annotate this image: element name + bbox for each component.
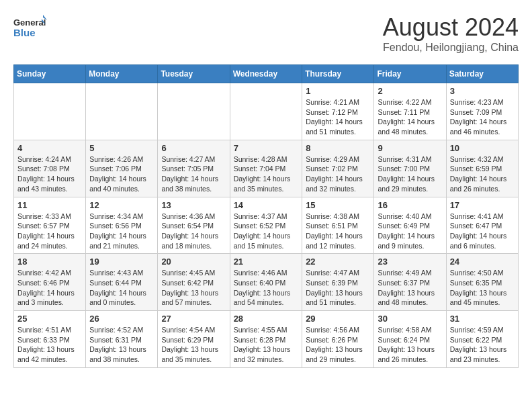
- weekday-friday: Friday: [374, 65, 446, 83]
- logo: General Blue: [13, 13, 47, 40]
- day-info: Sunrise: 4:47 AM Sunset: 6:39 PM Dayligh…: [306, 268, 370, 308]
- day-cell: 23Sunrise: 4:49 AM Sunset: 6:37 PM Dayli…: [374, 254, 446, 311]
- day-number: 12: [89, 200, 154, 210]
- day-info: Sunrise: 4:40 AM Sunset: 6:49 PM Dayligh…: [378, 212, 442, 251]
- day-cell: 19Sunrise: 4:43 AM Sunset: 6:44 PM Dayli…: [86, 254, 158, 311]
- day-number: 5: [89, 143, 154, 153]
- day-info: Sunrise: 4:28 AM Sunset: 7:04 PM Dayligh…: [234, 154, 299, 194]
- day-info: Sunrise: 4:27 AM Sunset: 7:05 PM Dayligh…: [161, 154, 226, 194]
- day-number: 2: [378, 86, 442, 96]
- weekday-wednesday: Wednesday: [230, 65, 302, 83]
- weekday-header-row: SundayMondayTuesdayWednesdayThursdayFrid…: [14, 65, 519, 83]
- week-row-5: 25Sunrise: 4:51 AM Sunset: 6:33 PM Dayli…: [14, 311, 519, 368]
- day-number: 30: [378, 314, 442, 324]
- weekday-thursday: Thursday: [302, 65, 374, 83]
- day-cell: 6Sunrise: 4:27 AM Sunset: 7:05 PM Daylig…: [158, 140, 230, 197]
- day-info: Sunrise: 4:50 AM Sunset: 6:35 PM Dayligh…: [450, 268, 515, 308]
- page-subtitle: Fendou, Heilongjiang, China: [383, 42, 519, 54]
- day-info: Sunrise: 4:45 AM Sunset: 6:42 PM Dayligh…: [161, 268, 226, 308]
- calendar-table: SundayMondayTuesdayWednesdayThursdayFrid…: [13, 64, 519, 368]
- day-number: 8: [306, 143, 370, 153]
- day-cell: 27Sunrise: 4:54 AM Sunset: 6:29 PM Dayli…: [158, 311, 230, 368]
- day-number: 29: [306, 314, 370, 324]
- day-number: 24: [450, 257, 515, 267]
- day-cell: 12Sunrise: 4:34 AM Sunset: 6:56 PM Dayli…: [86, 197, 158, 254]
- day-cell: 28Sunrise: 4:55 AM Sunset: 6:28 PM Dayli…: [230, 311, 302, 368]
- day-info: Sunrise: 4:52 AM Sunset: 6:31 PM Dayligh…: [89, 325, 154, 365]
- day-cell: 31Sunrise: 4:59 AM Sunset: 6:22 PM Dayli…: [446, 311, 518, 368]
- day-number: 14: [234, 200, 299, 210]
- day-cell: 25Sunrise: 4:51 AM Sunset: 6:33 PM Dayli…: [14, 311, 86, 368]
- day-cell: 10Sunrise: 4:32 AM Sunset: 6:59 PM Dayli…: [446, 140, 518, 197]
- day-info: Sunrise: 4:29 AM Sunset: 7:02 PM Dayligh…: [306, 154, 370, 194]
- weekday-sunday: Sunday: [14, 65, 86, 83]
- week-row-1: 1Sunrise: 4:21 AM Sunset: 7:12 PM Daylig…: [14, 83, 519, 140]
- day-info: Sunrise: 4:59 AM Sunset: 6:22 PM Dayligh…: [450, 325, 515, 365]
- day-cell: 8Sunrise: 4:29 AM Sunset: 7:02 PM Daylig…: [302, 140, 374, 197]
- day-info: Sunrise: 4:23 AM Sunset: 7:09 PM Dayligh…: [450, 97, 515, 137]
- day-cell: 30Sunrise: 4:58 AM Sunset: 6:24 PM Dayli…: [374, 311, 446, 368]
- weekday-saturday: Saturday: [446, 65, 518, 83]
- day-info: Sunrise: 4:46 AM Sunset: 6:40 PM Dayligh…: [234, 268, 299, 308]
- day-number: 26: [89, 314, 154, 324]
- week-row-3: 11Sunrise: 4:33 AM Sunset: 6:57 PM Dayli…: [14, 197, 519, 254]
- day-cell: 5Sunrise: 4:26 AM Sunset: 7:06 PM Daylig…: [86, 140, 158, 197]
- day-number: 22: [306, 257, 370, 267]
- day-info: Sunrise: 4:34 AM Sunset: 6:56 PM Dayligh…: [89, 212, 154, 251]
- day-info: Sunrise: 4:37 AM Sunset: 6:52 PM Dayligh…: [234, 212, 299, 251]
- day-number: 25: [17, 314, 82, 324]
- day-info: Sunrise: 4:36 AM Sunset: 6:54 PM Dayligh…: [161, 212, 226, 251]
- day-cell: 26Sunrise: 4:52 AM Sunset: 6:31 PM Dayli…: [86, 311, 158, 368]
- day-cell: 11Sunrise: 4:33 AM Sunset: 6:57 PM Dayli…: [14, 197, 86, 254]
- svg-text:Blue: Blue: [13, 27, 36, 38]
- day-cell: 18Sunrise: 4:42 AM Sunset: 6:46 PM Dayli…: [14, 254, 86, 311]
- day-number: 10: [450, 143, 515, 153]
- week-row-4: 18Sunrise: 4:42 AM Sunset: 6:46 PM Dayli…: [14, 254, 519, 311]
- day-cell: 1Sunrise: 4:21 AM Sunset: 7:12 PM Daylig…: [302, 83, 374, 140]
- day-cell: [86, 83, 158, 140]
- day-cell: 4Sunrise: 4:24 AM Sunset: 7:08 PM Daylig…: [14, 140, 86, 197]
- title-block: August 2024 Fendou, Heilongjiang, China: [383, 13, 519, 54]
- day-info: Sunrise: 4:26 AM Sunset: 7:06 PM Dayligh…: [89, 154, 154, 194]
- day-cell: 9Sunrise: 4:31 AM Sunset: 7:00 PM Daylig…: [374, 140, 446, 197]
- day-cell: 13Sunrise: 4:36 AM Sunset: 6:54 PM Dayli…: [158, 197, 230, 254]
- day-number: 3: [450, 86, 515, 96]
- day-info: Sunrise: 4:21 AM Sunset: 7:12 PM Dayligh…: [306, 97, 370, 137]
- day-number: 19: [89, 257, 154, 267]
- day-cell: [230, 83, 302, 140]
- day-number: 20: [161, 257, 226, 267]
- day-cell: 15Sunrise: 4:38 AM Sunset: 6:51 PM Dayli…: [302, 197, 374, 254]
- day-number: 1: [306, 86, 370, 96]
- day-info: Sunrise: 4:22 AM Sunset: 7:11 PM Dayligh…: [378, 97, 442, 137]
- day-cell: 24Sunrise: 4:50 AM Sunset: 6:35 PM Dayli…: [446, 254, 518, 311]
- day-info: Sunrise: 4:51 AM Sunset: 6:33 PM Dayligh…: [17, 325, 82, 365]
- day-number: 28: [234, 314, 299, 324]
- day-info: Sunrise: 4:41 AM Sunset: 6:47 PM Dayligh…: [450, 212, 515, 251]
- day-info: Sunrise: 4:43 AM Sunset: 6:44 PM Dayligh…: [89, 268, 154, 308]
- day-info: Sunrise: 4:32 AM Sunset: 6:59 PM Dayligh…: [450, 154, 515, 194]
- day-number: 21: [234, 257, 299, 267]
- day-number: 13: [161, 200, 226, 210]
- day-cell: [158, 83, 230, 140]
- day-cell: 29Sunrise: 4:56 AM Sunset: 6:26 PM Dayli…: [302, 311, 374, 368]
- day-number: 4: [17, 143, 82, 153]
- weekday-monday: Monday: [86, 65, 158, 83]
- day-number: 6: [161, 143, 226, 153]
- day-cell: 22Sunrise: 4:47 AM Sunset: 6:39 PM Dayli…: [302, 254, 374, 311]
- day-cell: 20Sunrise: 4:45 AM Sunset: 6:42 PM Dayli…: [158, 254, 230, 311]
- day-number: 23: [378, 257, 442, 267]
- day-info: Sunrise: 4:33 AM Sunset: 6:57 PM Dayligh…: [17, 212, 82, 251]
- day-number: 31: [450, 314, 515, 324]
- day-cell: 7Sunrise: 4:28 AM Sunset: 7:04 PM Daylig…: [230, 140, 302, 197]
- logo-svg: General Blue: [13, 13, 47, 40]
- calendar-body: 1Sunrise: 4:21 AM Sunset: 7:12 PM Daylig…: [14, 83, 519, 368]
- day-cell: [14, 83, 86, 140]
- day-cell: 2Sunrise: 4:22 AM Sunset: 7:11 PM Daylig…: [374, 83, 446, 140]
- day-cell: 17Sunrise: 4:41 AM Sunset: 6:47 PM Dayli…: [446, 197, 518, 254]
- day-cell: 14Sunrise: 4:37 AM Sunset: 6:52 PM Dayli…: [230, 197, 302, 254]
- day-cell: 3Sunrise: 4:23 AM Sunset: 7:09 PM Daylig…: [446, 83, 518, 140]
- day-number: 17: [450, 200, 515, 210]
- day-info: Sunrise: 4:24 AM Sunset: 7:08 PM Dayligh…: [17, 154, 82, 194]
- day-cell: 16Sunrise: 4:40 AM Sunset: 6:49 PM Dayli…: [374, 197, 446, 254]
- day-info: Sunrise: 4:55 AM Sunset: 6:28 PM Dayligh…: [234, 325, 299, 365]
